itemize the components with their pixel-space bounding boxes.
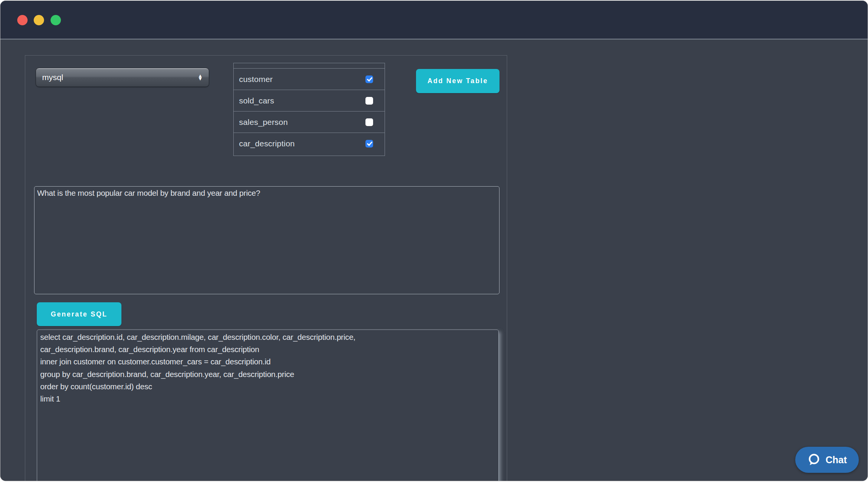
table-checkbox-car-description[interactable] [365,140,373,148]
question-input[interactable]: What is the most popular car model by br… [34,186,500,294]
window-titlebar [0,1,868,39]
sql-output[interactable]: select car_description.id, car_descripti… [37,330,499,481]
table-checkbox-customer[interactable] [365,75,373,83]
table-name-label: car_description [239,139,295,148]
close-window-button[interactable] [17,15,28,25]
table-checkbox-sales-person[interactable] [365,118,373,126]
table-name-label: sold_cars [239,96,274,105]
add-new-table-button[interactable]: Add New Table [416,69,500,93]
select-arrows-icon: ▲▼ [198,74,203,80]
chat-button[interactable]: Chat [795,447,859,473]
table-list: customer sold_cars sales_person car_desc… [233,63,385,156]
table-row-sales-person: sales_person [234,111,385,133]
table-row-sold-cars: sold_cars [234,90,385,111]
database-select-value: mysql [42,73,63,82]
database-select[interactable]: mysql ▲▼ [36,68,209,87]
table-checkbox-sold-cars[interactable] [365,97,373,105]
table-name-label: sales_person [239,118,288,127]
browser-window: mysql ▲▼ customer sold_cars sales_person… [0,1,868,481]
chat-bubble-icon [807,453,821,467]
minimize-window-button[interactable] [34,15,44,25]
maximize-window-button[interactable] [51,15,61,25]
table-name-label: customer [239,75,273,84]
generate-sql-button[interactable]: Generate SQL [37,302,121,326]
table-row-car-description: car_description [234,133,385,154]
table-row-customer: customer [234,68,385,90]
page-content: mysql ▲▼ customer sold_cars sales_person… [0,40,868,481]
chat-button-label: Chat [825,454,847,466]
